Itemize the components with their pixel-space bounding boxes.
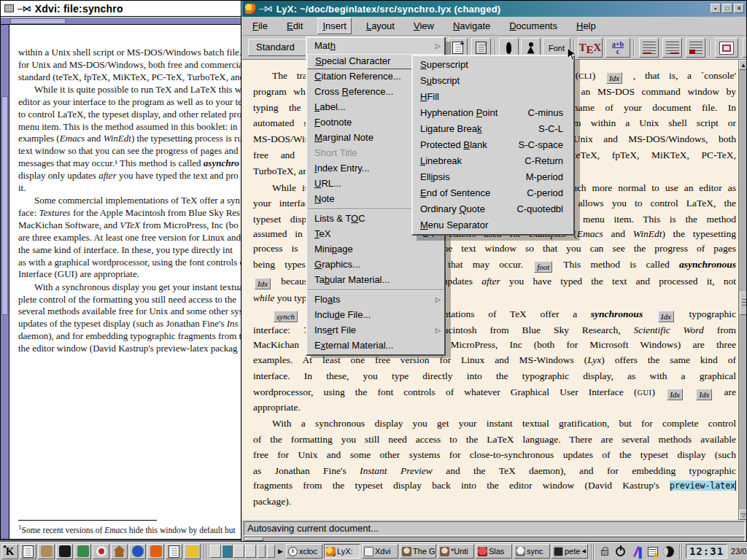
menu-separator	[308, 289, 444, 291]
kmenu-icon[interactable]: ▲K	[1, 544, 18, 559]
insert-table-icon[interactable]	[743, 38, 747, 58]
pager-extra[interactable]	[267, 545, 275, 558]
desktop-1[interactable]	[210, 545, 221, 558]
insert-menu-item-minipage[interactable]: Minipage	[307, 242, 444, 257]
char-submenu-item-subscript[interactable]: Subscript	[413, 73, 573, 89]
kmail-icon[interactable]	[147, 544, 164, 559]
lyx-hscroll-thumb[interactable]	[244, 537, 263, 541]
xdvi-hscroll-thumb[interactable]	[10, 18, 66, 24]
lyx-horizontal-scrollbar[interactable]	[244, 537, 745, 542]
calendar-icon[interactable]	[646, 544, 660, 559]
math-mode-icon[interactable]: a+bc	[605, 38, 630, 58]
lock-icon[interactable]	[597, 544, 612, 559]
dvi-text-line: messages that may occur.¹ This method is…	[18, 158, 247, 169]
menu-help[interactable]: Help	[572, 18, 600, 34]
desktop-2[interactable]	[222, 545, 233, 558]
insert-menu-item-graphics[interactable]: Graphics...	[307, 257, 444, 273]
panel-separator	[591, 544, 595, 559]
task-button-pete[interactable]: pete◀	[551, 544, 588, 559]
lyx-vscroll-thumb[interactable]	[740, 292, 747, 315]
desktop-pager[interactable]	[210, 545, 256, 558]
window-menu-icon[interactable]	[4, 4, 14, 12]
scroll-up-icon[interactable]: ▲	[739, 60, 747, 70]
power-icon[interactable]	[614, 544, 628, 559]
char-submenu-item-hyphenation-point[interactable]: Hyphenation PointC-minus	[413, 105, 573, 121]
lyx-vertical-scrollbar[interactable]: ▲ ▽	[738, 60, 747, 520]
menu-insert[interactable]: Insert	[317, 18, 352, 34]
char-submenu-item-menu-separator[interactable]: Menu Separator	[413, 217, 573, 233]
task-button-unti[interactable]: *Unti	[438, 544, 474, 559]
pager-extra[interactable]	[258, 545, 266, 558]
char-submenu-item-protected-blank[interactable]: Protected BlankS-C-space	[413, 137, 573, 153]
window-pin-icon[interactable]: –⋈	[259, 5, 273, 12]
menu-edit[interactable]: Edit	[282, 18, 307, 34]
xdvi-horizontal-scrollbar[interactable]	[1, 18, 246, 25]
char-submenu-item-hfill[interactable]: HFill	[413, 89, 573, 105]
tool-icon[interactable]	[630, 544, 644, 559]
xdvi-titlebar[interactable]: –⋈ Xdvi: file:synchro	[1, 1, 246, 17]
home-icon[interactable]	[111, 544, 128, 559]
index-inset[interactable]: Idx	[696, 389, 712, 400]
menu-view[interactable]: View	[409, 18, 438, 34]
char-submenu-item-superscript[interactable]: Superscript	[413, 57, 573, 73]
insert-menu-item-insert-file[interactable]: Insert File▷	[307, 323, 444, 338]
depth-increase-icon[interactable]	[662, 38, 682, 58]
index-inset[interactable]: Idx	[255, 278, 271, 289]
scroll-down-icon[interactable]: ▽	[739, 510, 747, 520]
char-submenu-item-end-of-sentence[interactable]: End of SentenceC-period	[413, 185, 573, 201]
xdvi-vscroll-thumb[interactable]	[1, 96, 8, 315]
insert-menu-item-math[interactable]: Math▷	[307, 39, 444, 54]
browser-icon[interactable]	[129, 544, 146, 559]
editor-icon[interactable]	[184, 544, 201, 559]
menu-documents[interactable]: Documents	[505, 18, 562, 34]
insert-menu-item-include-file[interactable]: Include File...	[307, 308, 444, 323]
lyx-titlebar[interactable]: –⋈ LyX: ~/doc/beginlatex/src/synchro.lyx…	[242, 1, 746, 17]
clock-icon	[288, 547, 298, 556]
documents-icon[interactable]	[166, 544, 182, 559]
char-submenu-item-linebreak[interactable]: LinebreakC-Return	[413, 153, 573, 169]
menu-layout[interactable]: Layout	[362, 18, 399, 34]
date-display: 23/03/03	[729, 547, 747, 556]
label-inset[interactable]: synch	[274, 311, 298, 322]
char-submenu-item-ligature-break[interactable]: Ligature BreakS-C-L	[413, 121, 573, 137]
panel-expand-icon[interactable]: ▶	[276, 548, 285, 555]
control-center-icon[interactable]	[74, 544, 91, 559]
task-button-slas[interactable]: Slas	[476, 544, 512, 559]
xdvi-vertical-scrollbar[interactable]	[1, 25, 9, 540]
insert-menu-item-tabular-material[interactable]: Tabular Material...	[307, 273, 444, 288]
doc-line: appropriate.	[253, 402, 736, 418]
margin-note-icon[interactable]	[686, 38, 705, 58]
doc-line: fragments from the typeset display back …	[253, 480, 736, 496]
help-icon[interactable]	[93, 544, 109, 559]
maximize-button[interactable]: □	[722, 4, 732, 13]
desktop-4[interactable]	[245, 545, 256, 558]
taskbar: ▲K ▶ xclocLyX:XdviThe G*UntiSlassyncpete…	[0, 542, 747, 560]
index-inset[interactable]: Idx	[658, 311, 674, 322]
klipper-icon[interactable]	[38, 544, 55, 559]
char-submenu-item-ellipsis[interactable]: EllipsisM-period	[413, 169, 573, 185]
menu-navigate[interactable]: Navigate	[449, 18, 495, 34]
insert-menu-item-external-material[interactable]: External Material...	[307, 338, 444, 354]
desktop-3[interactable]	[233, 545, 244, 558]
window-pin-icon[interactable]: –⋈	[18, 5, 31, 12]
insert-menu-item-floats[interactable]: Floats▷	[307, 292, 444, 308]
minimize-button[interactable]: ▪	[711, 4, 721, 13]
task-button-lyx[interactable]: LyX:	[324, 544, 360, 559]
task-button-xcloc[interactable]: xcloc	[286, 544, 322, 559]
terminal-icon[interactable]	[56, 544, 73, 559]
insert-figure-icon[interactable]	[715, 38, 738, 58]
footnote-inset[interactable]: foot	[534, 261, 552, 273]
index-inset[interactable]: Idx	[667, 389, 683, 400]
xdvi-title-text: Xdvi: file:synchro	[35, 3, 123, 15]
task-button-theg[interactable]: The G	[400, 544, 436, 559]
close-button[interactable]: ✕	[734, 4, 744, 13]
char-submenu-item-ordinary-quote[interactable]: Ordinary QuoteC-quotedbl	[413, 201, 573, 217]
window-list-icon[interactable]	[20, 544, 36, 559]
tex-mode-button[interactable]: TEX	[578, 38, 603, 58]
depth-decrease-icon[interactable]	[639, 38, 659, 58]
moon-icon[interactable]	[662, 544, 676, 559]
task-button-sync[interactable]: sync	[514, 544, 550, 559]
index-inset[interactable]: Idx	[606, 72, 622, 84]
task-button-xdvi[interactable]: Xdvi	[362, 544, 398, 559]
menu-file[interactable]: File	[248, 18, 272, 34]
